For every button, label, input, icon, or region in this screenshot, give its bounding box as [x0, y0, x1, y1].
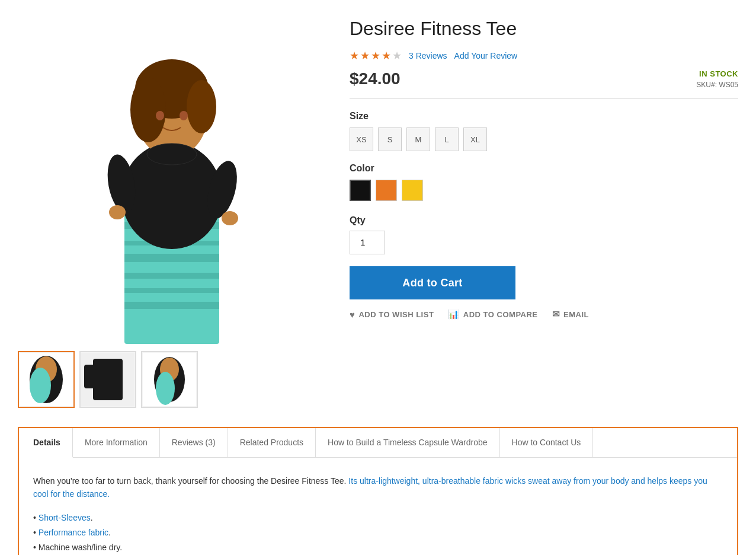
thumbnail-1[interactable] — [18, 351, 75, 408]
star-2: ★ — [360, 49, 370, 62]
email-link[interactable]: ✉ EMAIL — [552, 309, 589, 320]
options-section: Size XS S M L XL Color Qty — [350, 111, 738, 320]
short-sleeves-link[interactable]: Short-Sleeves — [39, 513, 91, 522]
size-label: Size — [350, 111, 738, 122]
size-xl[interactable]: XL — [463, 127, 487, 151]
tabs-section: Details More Information Reviews (3) Rel… — [18, 427, 738, 555]
product-images-section — [18, 12, 326, 408]
color-label: Color — [350, 163, 738, 174]
color-yellow[interactable] — [402, 180, 423, 201]
svg-point-13 — [187, 80, 216, 133]
qty-section: Qty — [350, 215, 738, 254]
svg-point-12 — [130, 77, 166, 142]
compare-icon: 📊 — [448, 309, 460, 320]
svg-rect-26 — [93, 359, 123, 400]
reviews-link[interactable]: 3 Reviews — [409, 51, 447, 60]
color-options — [350, 180, 738, 201]
product-price: $24.00 — [350, 69, 401, 88]
tab-reviews[interactable]: Reviews (3) — [160, 428, 228, 457]
add-to-cart-button[interactable]: Add to Cart — [350, 266, 515, 299]
wishlist-label: ADD TO WISH LIST — [358, 310, 434, 319]
tabs-nav: Details More Information Reviews (3) Rel… — [19, 428, 737, 458]
thumbnail-3[interactable] — [141, 351, 198, 408]
size-s[interactable]: S — [378, 127, 402, 151]
star-4: ★ — [382, 49, 391, 62]
tab-wardrobe[interactable]: How to Build a Timeless Capsule Wardrobe — [316, 428, 500, 457]
svg-point-19 — [156, 111, 164, 120]
qty-label: Qty — [350, 215, 738, 226]
bullet-short-sleeves: Short-Sleeves. — [33, 511, 723, 525]
size-m[interactable]: M — [406, 127, 430, 151]
svg-point-17 — [109, 205, 126, 219]
product-title: Desiree Fitness Tee — [350, 18, 738, 40]
add-to-wishlist-link[interactable]: ♥ ADD TO WISH LIST — [350, 310, 434, 320]
thumbnail-2[interactable] — [79, 351, 136, 408]
stock-info: IN STOCK SKU#: WS05 — [696, 69, 738, 89]
performance-fabric-link[interactable]: Performance fabric — [39, 528, 108, 537]
tab-more-info[interactable]: More Information — [73, 428, 160, 457]
bullet-machine-wash: Machine wash/line dry. — [33, 540, 723, 555]
svg-point-14 — [147, 143, 197, 165]
product-bullets: Short-Sleeves. Performance fabric. Machi… — [33, 511, 723, 555]
svg-point-31 — [156, 372, 175, 405]
email-label: EMAIL — [563, 310, 589, 319]
product-page: Desiree Fitness Tee ★ ★ ★ ★ ★ 3 Reviews … — [0, 0, 756, 555]
star-3: ★ — [371, 49, 380, 62]
svg-point-18 — [222, 211, 238, 225]
tab-details[interactable]: Details — [19, 428, 73, 458]
add-to-compare-link[interactable]: 📊 ADD TO COMPARE — [448, 309, 537, 320]
sku-row: SKU#: WS05 — [696, 81, 738, 89]
action-links: ♥ ADD TO WISH LIST 📊 ADD TO COMPARE ✉ EM… — [350, 309, 738, 320]
compare-label: ADD TO COMPARE — [463, 310, 538, 319]
star-5: ★ — [392, 49, 402, 62]
color-black[interactable] — [350, 180, 371, 201]
qty-input[interactable] — [350, 231, 385, 254]
svg-rect-27 — [84, 365, 96, 388]
star-rating: ★ ★ ★ ★ ★ — [350, 49, 402, 62]
svg-point-20 — [180, 111, 188, 120]
size-options: XS S M L XL — [350, 127, 738, 151]
bullet-performance-fabric: Performance fabric. — [33, 525, 723, 540]
tab-content-details: When you're too far to turn back, thank … — [19, 458, 737, 555]
description-text: When you're too far to turn back, thank … — [33, 476, 348, 486]
tab-related-products[interactable]: Related Products — [228, 428, 316, 457]
tab-contact[interactable]: How to Contact Us — [500, 428, 594, 457]
tab-description: When you're too far to turn back, thank … — [33, 474, 723, 501]
color-orange[interactable] — [376, 180, 397, 201]
main-product-image — [18, 12, 326, 344]
email-icon: ✉ — [552, 309, 560, 320]
svg-point-24 — [30, 368, 51, 403]
sku-label: SKU#: — [696, 81, 717, 89]
star-1: ★ — [350, 49, 359, 62]
stock-status: IN STOCK — [696, 69, 738, 78]
size-l[interactable]: L — [435, 127, 459, 151]
product-top-section: Desiree Fitness Tee ★ ★ ★ ★ ★ 3 Reviews … — [18, 12, 738, 408]
product-info-section: Desiree Fitness Tee ★ ★ ★ ★ ★ 3 Reviews … — [350, 12, 738, 408]
rating-row: ★ ★ ★ ★ ★ 3 Reviews Add Your Review — [350, 49, 738, 62]
product-thumbnails — [18, 351, 326, 408]
price-row: $24.00 IN STOCK SKU#: WS05 — [350, 69, 738, 99]
size-xs[interactable]: XS — [350, 127, 373, 151]
heart-icon: ♥ — [350, 310, 355, 320]
add-review-link[interactable]: Add Your Review — [454, 51, 518, 60]
sku-value: WS05 — [719, 81, 738, 89]
